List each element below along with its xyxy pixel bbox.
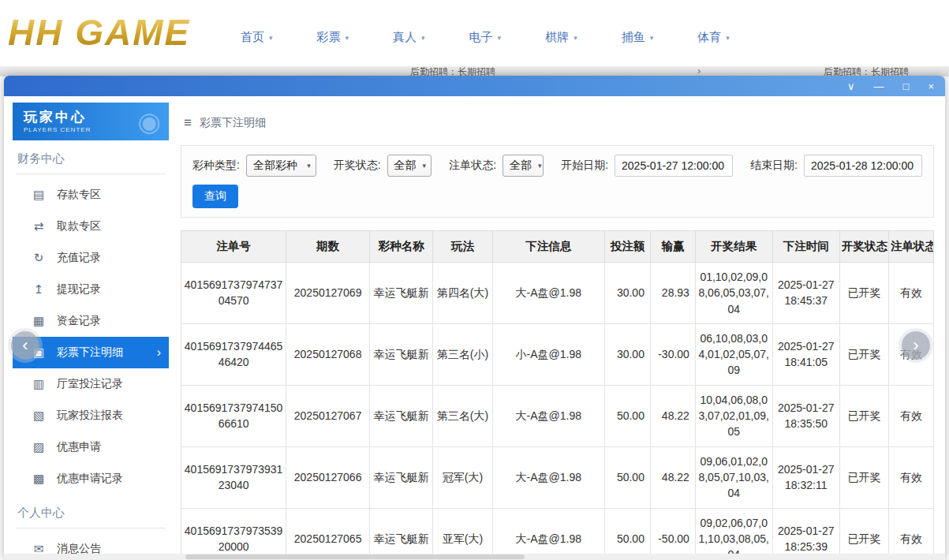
cell-bet-status: 有效 [888,508,933,560]
cell-lottery-name: 幸运飞艇新 [370,263,433,324]
funds-record-icon: ▦ [32,314,46,328]
nav-item-label: 首页 [241,30,264,45]
draw-status-select[interactable]: 全部 ▾ [387,155,432,177]
cell-bet-info: 大-A盘@1.98 [492,508,604,560]
cell-issue: 20250127068 [286,323,370,385]
window-controls: ∨ — □ × [847,76,934,96]
horizontal-scrollbar-thumb[interactable] [185,554,525,559]
filter-box: 彩种类型: 全部彩种 ▾ 开奖状态: 全部 ▾ 注单状态: [181,145,934,218]
nav-item-label: 体育 [697,30,721,45]
end-date-input[interactable] [804,155,922,177]
cell-win-loss: 28.93 [650,263,695,324]
chevron-down-icon: ▾ [650,34,654,42]
sidebar-header: 玩家中心 PLAYERS CENTER ◉ [13,103,169,140]
minimize-icon[interactable]: — [874,81,884,91]
cell-lottery-name: 幸运飞艇新 [370,446,433,508]
start-date-input[interactable] [615,155,733,177]
chevron-down-icon: ▾ [269,34,273,42]
bet-status-label: 注单状态: [449,159,496,173]
nav-item[interactable]: 棋牌 ▾ [545,30,577,45]
cell-draw-status: 已开奖 [839,323,888,385]
sidebar-item-label: 彩票下注明细 [57,345,123,360]
filter-row: 彩种类型: 全部彩种 ▾ 开奖状态: 全部 ▾ 注单状态: [192,155,922,177]
horizontal-scrollbar [4,554,945,560]
chevron-right-icon: › [157,345,161,360]
cell-issue: 20250127069 [286,263,370,324]
cell-win-loss: 48.22 [650,446,695,508]
chevron-down-icon: ▾ [726,34,730,42]
withdraw-record-icon: ↥ [32,282,46,297]
nav-item[interactable]: 体育 ▾ [697,30,730,45]
hamburger-icon[interactable]: ≡ [184,115,192,131]
sidebar-item[interactable]: ▨ 优惠申请 › [13,431,169,463]
cell-draw-result: 09,06,01,02,08,05,07,10,03,04 [695,446,772,508]
cell-bet-amount: 50.00 [604,446,650,508]
sidebar-item[interactable]: ⇄ 取款专区 › [13,211,169,242]
cell-bet-id: 401569173797473704570 [181,263,286,324]
sidebar-item[interactable]: ▧ 玩家投注报表 › [13,400,169,431]
sidebar-item-label: 资金记录 [57,314,101,328]
cell-win-loss: -30.00 [650,323,695,385]
table-row: 401569173797473704570 20250127069 幸运飞艇新 … [181,263,934,324]
cell-draw-status: 已开奖 [839,263,888,324]
sidebar-item-label: 取款专区 [57,219,101,233]
section-title-finance: 财务中心 [16,151,166,174]
lottery-type-value: 全部彩种 [253,159,297,173]
cell-bet-time: 2025-01-27 18:41:05 [772,323,839,385]
promo-apply-icon: ▨ [32,440,46,454]
cell-draw-status: 已开奖 [839,508,888,560]
cell-draw-status: 已开奖 [839,446,888,508]
sidebar-item[interactable]: ↥ 提现记录 › [13,274,169,305]
nav-item[interactable]: 首页 ▾ [241,30,273,45]
sidebar-item[interactable]: ▩ 优惠申请记录 › [13,463,169,495]
cell-bet-time: 2025-01-27 18:25:39 [772,508,839,560]
table-header-cell: 下注信息 [492,231,604,263]
cell-issue: 20250127067 [286,385,370,446]
nav-item-label: 彩票 [317,30,341,45]
cell-bet-time: 2025-01-27 18:32:11 [772,446,839,508]
cell-bet-status: 有效 [888,446,933,508]
end-date-label: 结束日期: [750,159,798,173]
table-row: 401569173797353920000 20250127065 幸运飞艇新 … [181,508,934,560]
chevron-down-icon: ▾ [498,34,502,42]
sidebar-item[interactable]: ↻ 充值记录 › [13,242,169,274]
table-row: 401569173797415066610 20250127067 幸运飞艇新 … [181,385,934,446]
nav-item-label: 真人 [393,30,417,45]
cell-draw-result: 09,02,06,07,01,10,03,08,05,04 [695,508,772,560]
withdraw-icon: ⇄ [32,219,46,233]
section-title-personal: 个人中心 [16,506,166,528]
table-header-cell: 开奖状态 [839,231,888,263]
table-header-cell: 投注额 [604,231,650,263]
bet-status-select[interactable]: 全部 ▾ [503,155,544,177]
close-icon[interactable]: × [928,81,934,91]
nav-item[interactable]: 电子 ▾ [469,30,502,45]
table-header-row: 注单号 期数 彩种名称 玩法 下注信息 投注额 [181,231,934,263]
carousel-next-button[interactable]: › [902,331,930,360]
chevron-right-icon: › [913,335,918,356]
table-row: 401569173797393123040 20250127066 幸运飞艇新 … [181,446,934,508]
nav-item[interactable]: 捕鱼 ▾ [622,30,654,45]
nav-item[interactable]: 彩票 ▾ [317,30,349,45]
player-bet-report-icon: ▧ [32,409,46,423]
sidebar-item[interactable]: ▥ 厅室投注记录 › [13,368,169,400]
cell-draw-result: 06,10,08,03,04,01,02,05,07,09 [695,323,772,385]
lottery-type-select[interactable]: 全部彩种 ▾ [246,155,316,177]
cell-bet-amount: 50.00 [604,385,650,446]
start-date-label: 开始日期: [561,159,608,173]
deposit-icon: ▤ [32,188,46,202]
cell-win-loss: -50.00 [650,508,695,560]
sidebar-item-label: 厅室投注记录 [57,377,123,391]
search-button[interactable]: 查询 [192,185,238,208]
table-header-cell: 彩种名称 [370,231,433,263]
sidebar-item[interactable]: ▦ 资金记录 › [13,305,169,337]
carousel-prev-button[interactable]: ‹ [11,331,39,360]
nav-item[interactable]: 真人 ▾ [393,30,425,45]
cell-bet-amount: 50.00 [604,508,650,560]
collapse-icon[interactable]: ∨ [847,81,855,91]
cell-bet-id: 401569173797353920000 [181,508,286,560]
sidebar-item-label: 提现记录 [57,282,101,297]
chevron-down-icon: ▾ [421,34,425,42]
maximize-icon[interactable]: □ [903,81,910,91]
sidebar-item[interactable]: ▤ 存款专区 › [13,179,169,211]
cell-bet-time: 2025-01-27 18:35:50 [772,385,839,446]
